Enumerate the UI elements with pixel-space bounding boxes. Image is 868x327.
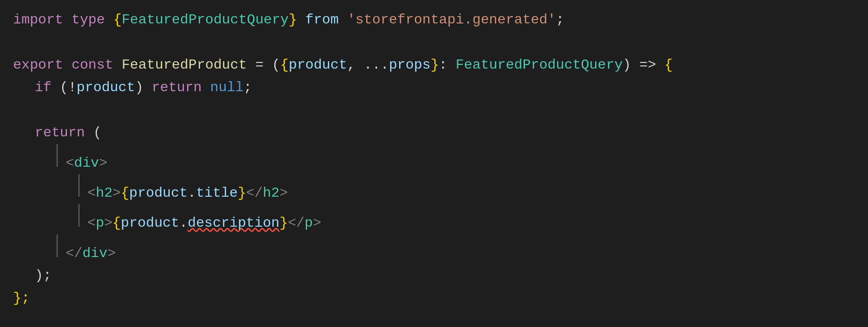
code-line-6: return (	[35, 122, 855, 144]
token-tag-lt1: <	[66, 152, 74, 174]
token-semi: ;	[556, 9, 564, 31]
token-tag-div-open: div	[74, 152, 99, 174]
token-destruct-close: }	[431, 54, 439, 76]
token-colon: :	[439, 54, 455, 76]
token-return: return	[152, 76, 210, 99]
token-bang: !	[68, 76, 77, 99]
token-dot1: .	[187, 182, 196, 204]
token-brace-open: {	[113, 9, 121, 31]
token-product3: product	[121, 212, 179, 234]
token-div-close-gt: >	[107, 242, 116, 264]
token-type-name: FeaturedProductQuery	[122, 9, 289, 31]
token-fn-body-close: };	[13, 287, 30, 309]
token-div-close-lt: </	[66, 242, 82, 264]
code-line-9: <p>{product.description}</p>	[78, 204, 855, 234]
code-line-empty-2	[13, 99, 855, 122]
code-line-empty-1	[13, 31, 855, 54]
code-line-7: <div>	[57, 144, 855, 174]
token-import: import	[13, 9, 71, 31]
token-jsx-curly-close2: }	[280, 212, 288, 234]
token-arrow: =>	[631, 54, 664, 76]
token-p-lt: <	[87, 212, 96, 234]
token-paren-open: (	[272, 54, 280, 76]
code-line-10: </div>	[57, 235, 855, 264]
code-line-1: import type {FeaturedProductQuery} from …	[13, 9, 855, 31]
token-const: const	[71, 54, 121, 76]
code-line-3: export const FeaturedProduct = ({product…	[13, 54, 855, 76]
token-semi2: ;	[244, 76, 252, 99]
token-tag-h2-close: h2	[263, 182, 279, 204]
token-tag-gt1: >	[99, 152, 107, 174]
token-fn-name: FeaturedProduct	[122, 54, 247, 76]
token-null: null	[210, 76, 244, 99]
token-tag-p-close: p	[304, 212, 313, 234]
code-editor: import type {FeaturedProductQuery} from …	[0, 0, 868, 327]
token-return2: return	[35, 122, 93, 144]
token-space	[297, 9, 305, 31]
token-jsx-curly-close1: }	[238, 182, 246, 204]
token-tag-div-close: div	[82, 242, 107, 264]
token-param-product: product	[289, 54, 347, 76]
indent-guide	[57, 144, 58, 167]
token-lparen: (	[60, 76, 68, 99]
token-h2-close-gt: >	[280, 182, 288, 204]
token-fn-body-open: {	[664, 54, 673, 76]
token-if: if	[35, 76, 60, 99]
token-from: from	[305, 9, 339, 31]
token-p-gt: >	[104, 212, 112, 234]
token-h2-lt: <	[87, 182, 96, 204]
token-dot2: .	[179, 212, 187, 234]
code-line-4: if (!product) return null;	[35, 76, 855, 99]
token-comma: ,	[347, 54, 364, 76]
token-h2-gt: >	[113, 182, 121, 204]
token-jsx-curly-open2: {	[113, 212, 121, 234]
token-destruct-open: {	[280, 54, 289, 76]
token-description: description	[187, 212, 279, 234]
token-rparen: )	[135, 76, 151, 99]
token-spread: ...	[364, 54, 389, 76]
token-type: type	[71, 9, 113, 31]
token-param-props: props	[389, 54, 431, 76]
code-line-12: };	[13, 287, 855, 310]
token-h2-close-lt: </	[246, 182, 263, 204]
token-paren-close: )	[623, 54, 631, 76]
token-tag-h2-open: h2	[96, 182, 112, 204]
token-tag-p-open: p	[96, 212, 104, 234]
token-title: title	[196, 182, 238, 204]
token-p-close-lt: </	[288, 212, 304, 234]
token-brace-close: }	[289, 9, 297, 31]
code-line-11: );	[35, 264, 855, 287]
token-product-ref: product	[77, 76, 135, 99]
indent-guide2	[78, 174, 80, 197]
token-space2	[339, 9, 347, 31]
token-export: export	[13, 54, 71, 76]
token-jsx-curly-open1: {	[121, 182, 129, 204]
indent-guide4	[57, 235, 58, 257]
code-line-8: <h2>{product.title}</h2>	[78, 174, 855, 204]
token-jsx-close: );	[35, 264, 51, 287]
indent-guide3	[78, 204, 80, 227]
token-type-ref: FeaturedProductQuery	[456, 54, 623, 76]
token-p-close-gt: >	[313, 212, 321, 234]
token-string: 'storefrontapi.generated'	[347, 9, 556, 31]
token-eq: =	[247, 54, 272, 76]
token-product2: product	[129, 182, 187, 204]
token-jsx-open: (	[93, 122, 101, 144]
